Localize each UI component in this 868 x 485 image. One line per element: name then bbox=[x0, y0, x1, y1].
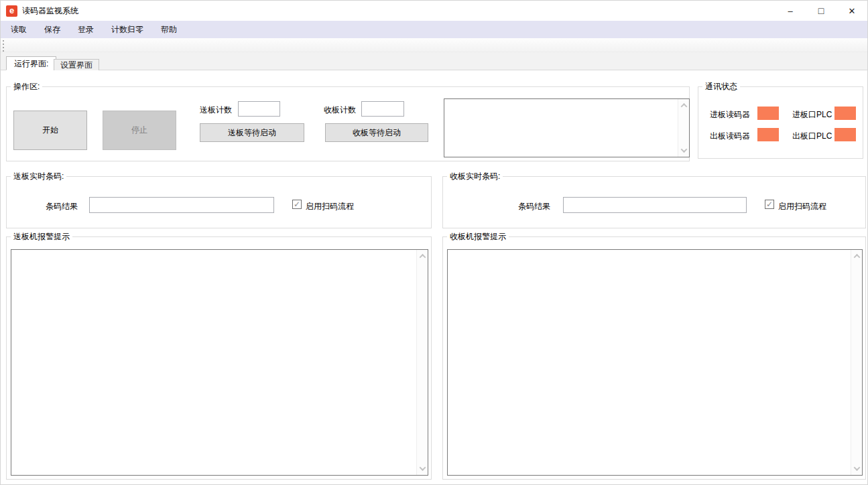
receive-alarm-text bbox=[449, 251, 849, 474]
send-alarm-scrollbar[interactable] bbox=[416, 250, 428, 475]
send-scan-enable-label[interactable]: 启用扫码流程 bbox=[306, 201, 354, 212]
send-alarm-text bbox=[13, 251, 415, 474]
toolbar-grip-icon[interactable] bbox=[3, 40, 4, 54]
scroll-down-icon[interactable] bbox=[851, 463, 863, 474]
send-alarm-title: 送板机报警提示 bbox=[11, 231, 72, 242]
menu-item-read[interactable]: 读取 bbox=[2, 21, 36, 38]
menu-item-help[interactable]: 帮助 bbox=[152, 21, 186, 38]
inboard-plc-label: 进板口PLC bbox=[792, 109, 832, 121]
receive-count-input[interactable] bbox=[361, 101, 404, 117]
send-wait-start-button[interactable]: 送板等待启动 bbox=[200, 123, 304, 142]
outboard-reader-indicator bbox=[757, 128, 779, 141]
start-button[interactable]: 开始 bbox=[13, 111, 87, 150]
app-window: e 读码器监视系统 – □ ✕ 读取 保存 登录 计数归零 帮助 运行界面: 设… bbox=[0, 0, 868, 485]
operation-log-textbox[interactable] bbox=[444, 98, 690, 157]
receive-barcode-result-label: 条码结果 bbox=[518, 201, 550, 212]
operation-area-group: 操作区: 开始 停止 送板计数 送板等待启动 收板计数 收板等待启动 bbox=[6, 86, 690, 161]
tool-strip bbox=[1, 38, 867, 52]
scroll-down-icon[interactable] bbox=[417, 463, 428, 474]
minimize-icon[interactable]: – bbox=[775, 1, 806, 21]
receive-scan-enable-checkbox[interactable]: ✓ bbox=[765, 200, 774, 209]
outboard-reader-label: 出板读码器 bbox=[710, 131, 750, 142]
title-bar: e 读码器监视系统 – □ ✕ bbox=[1, 1, 867, 21]
comm-status-title: 通讯状态 bbox=[702, 81, 740, 92]
send-count-label: 送板计数 bbox=[200, 105, 232, 116]
send-scan-enable-checkbox[interactable]: ✓ bbox=[292, 200, 302, 209]
operation-log-text bbox=[446, 100, 676, 155]
send-barcode-result-input[interactable] bbox=[89, 197, 274, 213]
receive-count-label: 收板计数 bbox=[324, 105, 356, 116]
inboard-reader-label: 进板读码器 bbox=[710, 109, 750, 121]
menu-item-count-reset[interactable]: 计数归零 bbox=[103, 21, 152, 38]
receive-alarm-scrollbar[interactable] bbox=[851, 250, 862, 475]
comm-status-group: 通讯状态 进板读码器 进板口PLC 出板读码器 出板口PLC bbox=[698, 86, 863, 159]
menu-item-login[interactable]: 登录 bbox=[69, 21, 103, 38]
tab-run-interface[interactable]: 运行界面: bbox=[6, 56, 56, 70]
receive-barcode-group: 收板实时条码: 条码结果 ✓ 启用扫码流程 bbox=[442, 176, 866, 228]
receive-scan-enable-label[interactable]: 启用扫码流程 bbox=[778, 201, 826, 212]
scroll-down-icon[interactable] bbox=[678, 145, 690, 156]
receive-barcode-title: 收板实时条码: bbox=[447, 171, 503, 182]
receive-alarm-title: 收板机报警提示 bbox=[447, 231, 509, 242]
send-barcode-result-label: 条码结果 bbox=[46, 201, 78, 212]
tab-page-run: 操作区: 开始 停止 送板计数 送板等待启动 收板计数 收板等待启动 通讯状态 … bbox=[1, 70, 867, 484]
window-title: 读码器监视系统 bbox=[22, 5, 78, 17]
menu-bar: 读取 保存 登录 计数归零 帮助 bbox=[1, 21, 867, 38]
send-barcode-title: 送板实时条码: bbox=[11, 171, 66, 182]
send-barcode-group: 送板实时条码: 条码结果 ✓ 启用扫码流程 bbox=[6, 176, 432, 228]
receive-alarm-group: 收板机报警提示 bbox=[442, 236, 866, 480]
outboard-plc-label: 出板口PLC bbox=[792, 131, 832, 142]
inboard-reader-indicator bbox=[757, 107, 779, 120]
operation-area-title: 操作区: bbox=[11, 81, 42, 92]
close-icon[interactable]: ✕ bbox=[836, 1, 867, 21]
send-alarm-group: 送板机报警提示 bbox=[6, 236, 432, 480]
send-alarm-textbox[interactable] bbox=[11, 249, 428, 476]
send-count-input[interactable] bbox=[238, 101, 280, 117]
operation-log-scrollbar[interactable] bbox=[678, 99, 689, 157]
maximize-icon[interactable]: □ bbox=[806, 1, 836, 21]
receive-barcode-result-input[interactable] bbox=[563, 197, 747, 213]
receive-alarm-textbox[interactable] bbox=[447, 249, 863, 476]
scroll-up-icon[interactable] bbox=[851, 251, 863, 262]
outboard-plc-indicator bbox=[834, 128, 856, 141]
scroll-up-icon[interactable] bbox=[678, 100, 690, 111]
menu-item-save[interactable]: 保存 bbox=[36, 21, 69, 38]
app-icon: e bbox=[6, 5, 17, 17]
inboard-plc-indicator bbox=[834, 107, 856, 120]
stop-button[interactable]: 停止 bbox=[103, 111, 176, 150]
tab-settings-interface[interactable]: 设置界面 bbox=[54, 59, 99, 70]
window-controls: – □ ✕ bbox=[775, 1, 867, 21]
receive-wait-start-button[interactable]: 收板等待启动 bbox=[325, 123, 428, 142]
tab-strip: 运行界面: 设置界面 bbox=[1, 52, 867, 70]
scroll-up-icon[interactable] bbox=[417, 251, 428, 262]
